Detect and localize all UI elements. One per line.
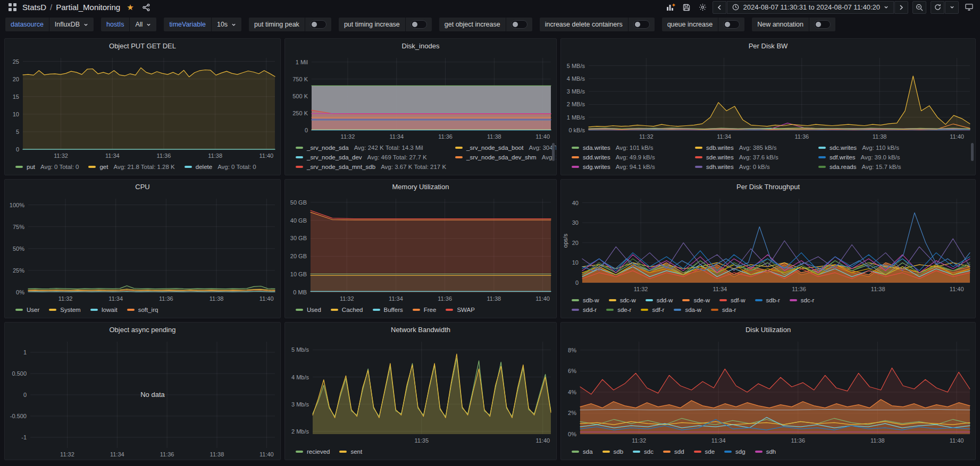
legend-item[interactable]: sda-r [711, 307, 736, 313]
legend-item[interactable]: sdd.writesAvg: 49.9 kB/s [572, 154, 695, 160]
legend-item[interactable]: getAvg: 21.8 Total: 1.28 K [88, 164, 174, 170]
chart-canvas[interactable]: 11:3211:3411:3611:3811:400%25%50%75%100% [5, 194, 280, 304]
panel-title[interactable]: Network Bandwidth [285, 323, 556, 337]
variable-value-dropdown[interactable]: All [130, 18, 156, 31]
legend-item[interactable]: System [49, 307, 80, 313]
legend-item[interactable]: SWAP [446, 307, 474, 313]
legend-color-dash [633, 451, 640, 453]
chart-canvas[interactable]: 11:3211:3411:3611:3811:40010203040ops/s [561, 194, 975, 294]
dashboard-grid: Object PUT GET DEL11:3211:3411:3611:3811… [0, 35, 980, 464]
legend-stats: Avg: 15.7 kB/s [862, 164, 901, 170]
chart-canvas[interactable]: 11:3211:3411:3611:3811:400 MB10 GB20 GB3… [285, 194, 556, 304]
time-forward-chevron[interactable] [894, 1, 908, 14]
legend-item[interactable]: sdb.writesAvg: 385 kB/s [695, 145, 818, 151]
variable-value-dropdown[interactable]: 10s [212, 18, 241, 31]
legend-item[interactable]: sdb-r [755, 297, 780, 303]
legend-item[interactable]: sdd-r [572, 307, 597, 313]
legend-item[interactable]: _srv_node_sdaAvg: 242 K Total: 14.3 Mil [296, 145, 455, 151]
legend-item[interactable]: sdc [633, 448, 654, 455]
legend-item[interactable]: sdd [663, 448, 684, 455]
legend-item[interactable]: Buffers [373, 307, 403, 313]
legend-item[interactable]: Used [296, 307, 321, 313]
legend-item[interactable]: sdc-r [790, 297, 815, 303]
toggle-switch[interactable] [629, 18, 655, 31]
breadcrumb-dashboard[interactable]: Partial_Monitoring [56, 3, 120, 12]
panel-title[interactable]: Object async pending [5, 323, 280, 337]
legend-item[interactable]: sdg.writesAvg: 94.1 kB/s [572, 164, 695, 170]
legend-item[interactable]: sent [339, 448, 362, 455]
legend-scrollbar[interactable] [552, 143, 555, 161]
legend-item[interactable]: sdc.writesAvg: 110 kB/s [818, 145, 968, 151]
legend-item[interactable]: User [15, 307, 39, 313]
panel-title[interactable]: CPU [5, 180, 280, 194]
panel-title[interactable]: Object PUT GET DEL [5, 39, 280, 54]
legend-label: Used [307, 307, 321, 313]
panel-title[interactable]: Per Disk Throughput [561, 180, 975, 194]
time-back-chevron[interactable] [713, 1, 726, 14]
panel-title[interactable]: Memory Utilization [285, 180, 556, 194]
save-dashboard-icon[interactable] [681, 2, 692, 13]
legend-item[interactable]: sdf-w [719, 297, 745, 303]
chart-canvas[interactable]: 11:3211:3411:3611:3811:400 kB/s1 MB/s2 M… [561, 54, 975, 142]
legend-item[interactable]: sda-w [674, 307, 701, 313]
chart-canvas[interactable]: 11:3211:3411:3611:3811:400%2%4%6%8% [561, 337, 975, 446]
legend-item[interactable]: sde-w [682, 297, 710, 303]
settings-gear-icon[interactable] [697, 2, 708, 13]
legend-item[interactable]: Free [413, 307, 437, 313]
chart-canvas[interactable]: 11:3211:3411:3611:3811:400250 K500 K750 … [285, 54, 556, 142]
legend-item[interactable]: Iowait [90, 307, 118, 313]
dashboards-grid-icon[interactable] [6, 2, 18, 13]
panel-title[interactable]: Per Disk BW [561, 39, 975, 54]
cycle-view-monitor-icon[interactable] [963, 2, 975, 13]
refresh-icon[interactable] [931, 1, 944, 14]
legend-item[interactable]: sde [694, 448, 715, 455]
legend-item[interactable]: sdg [724, 448, 746, 455]
toggle-switch[interactable] [506, 18, 532, 31]
legend-item[interactable]: sdh [755, 448, 776, 455]
legend-item[interactable]: sdh.writesAvg: 0 kB/s [695, 164, 818, 170]
legend-item[interactable]: Cached [331, 307, 363, 313]
legend-item[interactable]: deleteAvg: 0 Total: 0 [185, 164, 256, 170]
toggle-switch[interactable] [718, 18, 744, 31]
svg-text:4%: 4% [568, 389, 576, 395]
toggle-switch[interactable] [406, 18, 432, 31]
time-range-picker[interactable]: 2024-08-07 11:30:31 to 2024-08-07 11:40:… [727, 1, 894, 14]
refresh-interval-chevron[interactable] [945, 1, 959, 14]
legend-item[interactable]: _srv_node_sda_mnt_sdbAvg: 3.67 K Total: … [296, 164, 455, 170]
add-panel-icon[interactable] [665, 2, 676, 13]
legend-item[interactable]: _srv_node_sda_devAvg: 469 Total: 27.7 K [296, 154, 455, 160]
legend-item[interactable]: sdb [602, 448, 624, 455]
chart-canvas[interactable]: 11:3211:3411:3611:3811:400510152025 [5, 54, 280, 161]
toggle-switch-knob [411, 20, 427, 29]
chart-canvas[interactable]: 11:3211:3411:3611:3811:40-1-0.50000.5001… [5, 337, 280, 460]
legend-item[interactable]: sda.readsAvg: 15.7 kB/s [818, 164, 968, 170]
legend-item[interactable]: sdb-w [572, 297, 599, 303]
variable-label: timeVariable [164, 18, 211, 31]
legend-item[interactable]: putAvg: 0 Total: 0 [15, 164, 79, 170]
legend-item[interactable]: soft_irq [127, 307, 158, 313]
legend-item[interactable]: sda [572, 448, 593, 455]
variable-value-dropdown[interactable]: InfluxDB [49, 18, 94, 31]
legend-item[interactable]: sdf-r [641, 307, 664, 313]
legend-item[interactable]: sdf.writesAvg: 39.0 kB/s [818, 154, 968, 160]
panel-body: 11:3211:3411:3611:3811:400 MB10 GB20 GB3… [285, 194, 556, 318]
share-icon[interactable] [140, 2, 152, 13]
legend-item[interactable]: sda.writesAvg: 101 kB/s [572, 145, 695, 151]
favorite-star-icon[interactable]: ★ [124, 2, 136, 13]
legend-item[interactable]: recieved [296, 448, 330, 455]
legend-scrollbar[interactable] [971, 143, 974, 161]
legend-item[interactable]: sdc-w [609, 297, 636, 303]
legend-item[interactable]: sdd-w [646, 297, 673, 303]
chart-canvas[interactable]: 11:3511:402 Mb/s3 Mb/s4 Mb/s5 Mb/s [285, 337, 556, 446]
zoom-out-icon[interactable] [912, 1, 926, 14]
panel-title[interactable]: Disk Utilization [561, 323, 975, 337]
toggle-switch[interactable] [809, 18, 835, 31]
svg-text:11:38: 11:38 [208, 152, 222, 159]
legend-item[interactable]: _srv_node_sda_bootAvg: 304 Total: 17.9 K [455, 145, 557, 151]
legend-item[interactable]: _srv_node_sda_dev_shmAvg: 1 Total: 59 [455, 154, 557, 160]
legend-item[interactable]: sde.writesAvg: 37.6 kB/s [695, 154, 818, 160]
toggle-switch[interactable] [305, 18, 331, 31]
panel-title[interactable]: Disk_inodes [285, 39, 556, 54]
breadcrumb-folder[interactable]: StatsD [22, 3, 46, 12]
legend-item[interactable]: sde-r [606, 307, 631, 313]
